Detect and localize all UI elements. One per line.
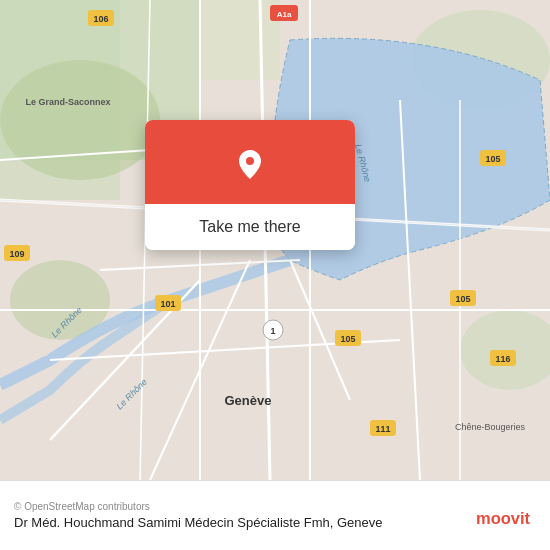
svg-point-3 [0, 60, 160, 180]
take-me-there-button[interactable]: Take me there [145, 204, 355, 250]
svg-text:105: 105 [340, 334, 355, 344]
svg-rect-5 [200, 0, 280, 80]
svg-text:1: 1 [270, 326, 275, 336]
svg-text:moovit: moovit [476, 508, 531, 526]
moovit-logo: moovit [476, 502, 536, 530]
map-attribution: © OpenStreetMap contributors [14, 501, 382, 512]
svg-text:105: 105 [485, 154, 500, 164]
svg-text:Chêne-Bougeries: Chêne-Bougeries [455, 422, 526, 432]
svg-point-54 [246, 157, 254, 165]
map-popup: Take me there [145, 120, 355, 250]
svg-text:109: 109 [9, 249, 24, 259]
bottom-bar-text: © OpenStreetMap contributors Dr Méd. Hou… [14, 501, 382, 530]
svg-text:A1a: A1a [277, 10, 292, 19]
svg-text:Le Grand-Saconnex: Le Grand-Saconnex [25, 97, 110, 107]
svg-text:101: 101 [160, 299, 175, 309]
svg-text:106: 106 [93, 14, 108, 24]
svg-text:116: 116 [495, 354, 510, 364]
map-container: 106 A1a 1 105 105 116 109 101 1 105 111 [0, 0, 550, 480]
place-name: Dr Méd. Houchmand Samimi Médecin Spécial… [14, 515, 382, 530]
bottom-bar: © OpenStreetMap contributors Dr Méd. Hou… [0, 480, 550, 550]
location-pin-icon [228, 142, 272, 186]
svg-text:105: 105 [455, 294, 470, 304]
svg-text:Genève: Genève [225, 393, 272, 408]
svg-text:111: 111 [375, 424, 390, 434]
moovit-logo-svg: moovit [476, 502, 536, 530]
popup-icon-area [145, 120, 355, 204]
